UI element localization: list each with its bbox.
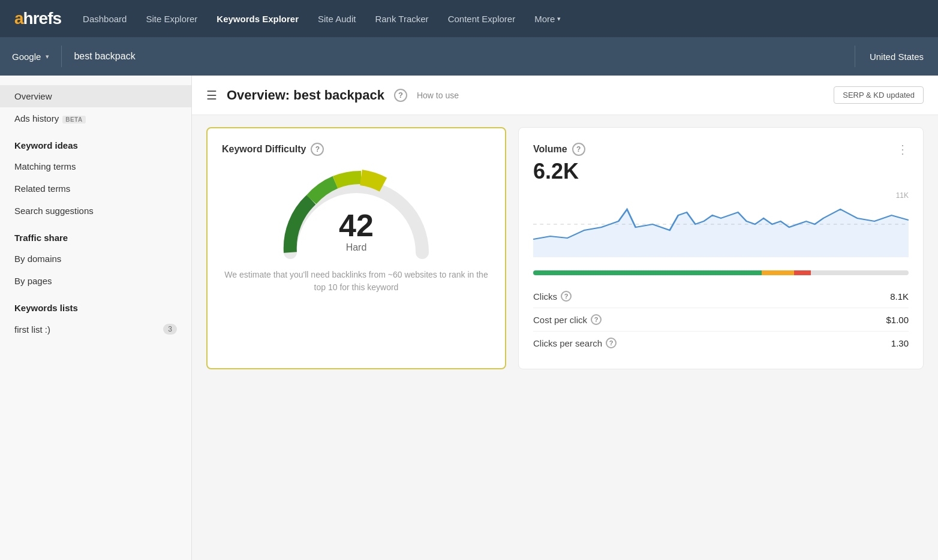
nav-site-explorer[interactable]: Site Explorer bbox=[137, 9, 206, 29]
beta-badge: BETA bbox=[62, 116, 85, 124]
sidebar: Overview Ads historyBETA Keyword ideas M… bbox=[0, 76, 192, 560]
cps-help-icon[interactable]: ? bbox=[606, 338, 617, 348]
sidebar-item-by-domains[interactable]: By domains bbox=[0, 248, 191, 270]
logo-hrefs: hrefs bbox=[23, 9, 61, 28]
sidebar-item-by-pages[interactable]: By pages bbox=[0, 270, 191, 292]
color-bar-gray bbox=[811, 270, 909, 275]
svg-text:42: 42 bbox=[339, 208, 374, 243]
volume-card: Volume ? ⋮ 6.2K 11K bbox=[518, 127, 924, 369]
sidebar-item-matching-terms[interactable]: Matching terms bbox=[0, 155, 191, 177]
gauge-container: 42 Hard bbox=[222, 165, 491, 261]
volume-title: Volume ? bbox=[533, 143, 585, 156]
nav-rank-tracker[interactable]: Rank Tracker bbox=[366, 9, 437, 29]
color-bar-green bbox=[533, 270, 762, 275]
main-content: ☰ Overview: best backpack ? How to use S… bbox=[192, 76, 938, 560]
help-icon[interactable]: ? bbox=[394, 89, 407, 102]
sidebar-section-keyword-ideas: Keyword ideas bbox=[0, 130, 191, 155]
sidebar-section-keywords-lists: Keywords lists bbox=[0, 292, 191, 318]
nav-keywords-explorer[interactable]: Keywords Explorer bbox=[208, 9, 307, 29]
sidebar-section-traffic-share: Traffic share bbox=[0, 222, 191, 248]
clicks-value: 8.1K bbox=[890, 291, 909, 302]
volume-help-icon[interactable]: ? bbox=[572, 143, 585, 156]
color-bar-red bbox=[794, 270, 810, 275]
sidebar-item-first-list[interactable]: first list :) 3 bbox=[0, 318, 191, 341]
top-nav: ahrefs Dashboard Site Explorer Keywords … bbox=[0, 0, 938, 37]
nav-site-audit[interactable]: Site Audit bbox=[309, 9, 364, 29]
search-engine-selector[interactable]: Google ▾ bbox=[0, 46, 62, 67]
sidebar-item-overview[interactable]: Overview bbox=[0, 85, 191, 107]
color-bar-orange bbox=[762, 270, 794, 275]
clicks-row: Clicks ? 8.1K bbox=[533, 285, 909, 308]
sidebar-item-related-terms[interactable]: Related terms bbox=[0, 177, 191, 200]
cards-row: Keyword Difficulty ? bbox=[192, 115, 938, 381]
how-to-use-link[interactable]: How to use bbox=[417, 91, 459, 100]
volume-chart: 11K bbox=[533, 191, 909, 263]
serp-kd-badge[interactable]: SERP & KD updated bbox=[834, 86, 924, 104]
cps-value: 1.30 bbox=[891, 338, 909, 348]
cpc-help-icon[interactable]: ? bbox=[591, 314, 602, 325]
kd-footer-text: We estimate that you'll need backlinks f… bbox=[222, 269, 491, 294]
clicks-label: Clicks ? bbox=[533, 291, 572, 302]
cpc-label: Cost per click ? bbox=[533, 314, 602, 325]
search-bar: Google ▾ United States bbox=[0, 37, 938, 76]
kd-card: Keyword Difficulty ? bbox=[206, 127, 506, 369]
nav-dashboard[interactable]: Dashboard bbox=[74, 9, 135, 29]
logo-a: a bbox=[14, 9, 23, 28]
country-selector[interactable]: United States bbox=[855, 46, 938, 67]
sidebar-item-search-suggestions[interactable]: Search suggestions bbox=[0, 200, 191, 222]
logo[interactable]: ahrefs bbox=[14, 9, 61, 28]
content-header: ☰ Overview: best backpack ? How to use S… bbox=[192, 76, 938, 115]
clicks-help-icon[interactable]: ? bbox=[561, 291, 572, 302]
kd-card-title: Keyword Difficulty ? bbox=[222, 143, 491, 156]
list-count-badge: 3 bbox=[163, 324, 177, 335]
cpc-value: $1.00 bbox=[886, 315, 909, 325]
chevron-down-icon: ▾ bbox=[557, 15, 561, 23]
kd-help-icon[interactable]: ? bbox=[311, 143, 324, 156]
page-title: Overview: best backpack bbox=[227, 88, 384, 103]
sidebar-item-ads-history[interactable]: Ads historyBETA bbox=[0, 107, 191, 130]
hamburger-icon[interactable]: ☰ bbox=[206, 88, 217, 103]
volume-menu-icon[interactable]: ⋮ bbox=[897, 142, 909, 156]
chart-max-label: 11K bbox=[896, 191, 909, 200]
cps-label: Clicks per search ? bbox=[533, 338, 617, 348]
cpc-row: Cost per click ? $1.00 bbox=[533, 308, 909, 332]
nav-content-explorer[interactable]: Content Explorer bbox=[440, 9, 524, 29]
search-input[interactable] bbox=[62, 51, 855, 62]
svg-text:Hard: Hard bbox=[346, 242, 367, 252]
color-bar bbox=[533, 270, 909, 275]
engine-dropdown-icon: ▾ bbox=[46, 53, 49, 61]
cps-row: Clicks per search ? 1.30 bbox=[533, 332, 909, 354]
volume-value: 6.2K bbox=[533, 159, 909, 184]
nav-more[interactable]: More ▾ bbox=[526, 9, 569, 29]
